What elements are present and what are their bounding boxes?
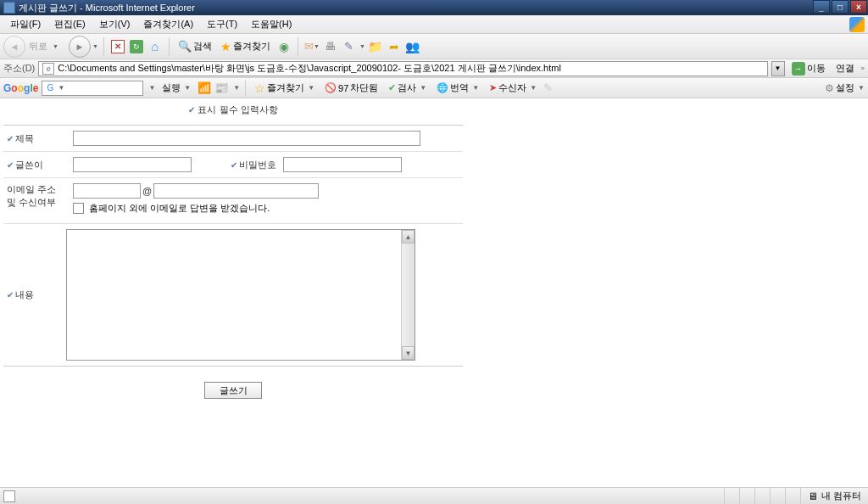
row-title: ✔ 제목	[3, 125, 463, 151]
google-sender-button[interactable]: ➤ 수신자 ▼	[486, 80, 540, 96]
google-search-input[interactable]: G ▼	[42, 81, 143, 96]
at-sign: @	[142, 186, 152, 196]
mail-button[interactable]: ✉▼	[303, 38, 320, 55]
window-titlebar: 게시판 글쓰기 - Microsoft Internet Explorer _ …	[0, 0, 868, 15]
news-icon[interactable]: 📰	[214, 81, 228, 94]
form-area: ✔ 제목 ✔ 글쓴이 ✔ 비밀번호 이메일 주소 및 수신여부	[0, 121, 466, 370]
menu-file[interactable]: 파일(F)	[3, 16, 47, 32]
highlight-icon[interactable]: ✎	[543, 81, 553, 94]
chevron-down-icon: ▼	[530, 84, 537, 92]
author-field[interactable]	[73, 157, 192, 172]
check-icon: ✔	[388, 82, 396, 93]
menu-help[interactable]: 도움말(H)	[244, 16, 298, 32]
google-settings-button[interactable]: ⚙ 설정 ▼	[825, 81, 865, 94]
status-left	[0, 490, 724, 502]
minimize-button[interactable]: _	[813, 0, 830, 14]
check-mark-icon: ✔	[231, 160, 237, 170]
media-button[interactable]: ◉	[275, 38, 292, 55]
google-logo[interactable]: Google	[3, 82, 38, 94]
folder-button[interactable]: 📁	[367, 38, 384, 55]
home-button[interactable]: ⌂	[147, 38, 164, 55]
chevron-down-icon[interactable]: ▼	[148, 84, 155, 92]
page-content: ✔ 표시 필수 입력사항 ✔ 제목 ✔ 글쓴이 ✔ 비밀번호	[0, 98, 868, 485]
refresh-button[interactable]: ↻	[128, 38, 145, 55]
search-button[interactable]: 🔍 검색	[175, 38, 215, 54]
content-textarea[interactable]: ▲ ▼	[66, 229, 415, 361]
edit-button[interactable]: ✎	[341, 38, 358, 55]
title-field[interactable]	[73, 131, 420, 146]
status-cell	[739, 488, 754, 505]
address-label: 주소(D)	[3, 62, 35, 75]
go-button[interactable]: → 이동	[788, 60, 829, 77]
search-icon: 🔍	[178, 40, 192, 53]
google-check-button[interactable]: ✔ 검사 ▼	[385, 80, 430, 96]
scroll-down-icon[interactable]: ▼	[402, 346, 415, 360]
computer-icon: 🖥	[808, 490, 818, 502]
label-content: ✔ 내용	[7, 288, 66, 301]
feed-icon[interactable]: 📶	[198, 81, 211, 94]
address-dropdown[interactable]: ▼	[771, 61, 785, 76]
chevron-down-icon: ▼	[184, 84, 191, 92]
password-field[interactable]	[283, 157, 402, 172]
back-dropdown-icon[interactable]: ▼	[53, 43, 58, 49]
email-fields: @ 홈페이지 외에 이메일로 답변을 받겠습니다.	[73, 183, 319, 218]
ie-app-icon	[3, 2, 15, 14]
label-author: ✔ 글쓴이	[7, 159, 66, 171]
folder-icon: 📁	[368, 40, 382, 53]
menu-tools[interactable]: 도구(T)	[200, 16, 244, 32]
scroll-up-icon[interactable]: ▲	[402, 230, 415, 244]
forward-button[interactable]: ►	[69, 36, 91, 58]
status-cell	[785, 488, 800, 505]
menu-favorites[interactable]: 즐겨찾기(A)	[136, 16, 200, 32]
block-icon: 🚫	[325, 82, 337, 93]
submit-button[interactable]: 글쓰기	[204, 382, 262, 399]
messenger-button[interactable]: 👥	[404, 38, 421, 55]
address-input[interactable]: e C:\Documents and Settings\master\바탕 화면…	[38, 61, 767, 76]
back-label: 뒤로	[29, 40, 47, 53]
chevron-down-icon[interactable]: ▼	[359, 43, 365, 49]
menu-edit[interactable]: 편집(E)	[47, 16, 92, 32]
google-g-icon: G	[44, 82, 56, 94]
maximize-button[interactable]: □	[832, 0, 849, 14]
gear-icon: ⚙	[825, 82, 834, 94]
chevron-down-icon: ▼	[858, 84, 865, 92]
check-mark-icon: ✔	[7, 134, 14, 143]
print-button[interactable]: 🖶	[322, 38, 339, 55]
arrow-button[interactable]: ➦	[386, 38, 403, 55]
label-title: ✔ 제목	[7, 132, 66, 145]
status-cell	[770, 488, 785, 505]
row-email: 이메일 주소 및 수신여부 @ 홈페이지 외에 이메일로 답변을 받겠습니다.	[3, 177, 463, 223]
media-icon: ◉	[279, 40, 289, 53]
google-blocked-button[interactable]: 🚫 97 차단됨	[321, 80, 381, 96]
google-run-button[interactable]: 실행 ▼	[159, 80, 194, 96]
page-icon: e	[42, 63, 54, 75]
status-cell	[724, 488, 739, 505]
chevron-down-icon: ▼	[420, 84, 426, 92]
back-button[interactable]: ◄	[3, 36, 25, 58]
send-icon: ➤	[489, 82, 497, 93]
arrow-icon: ➦	[389, 40, 399, 53]
print-icon: 🖶	[325, 40, 336, 53]
forward-dropdown-icon[interactable]: ▼	[92, 43, 98, 49]
menu-view[interactable]: 보기(V)	[92, 16, 137, 32]
close-button[interactable]: ×	[850, 0, 867, 14]
chevron-down-icon: ▼	[314, 43, 320, 49]
links-label[interactable]: 연결	[836, 62, 854, 75]
favorites-button[interactable]: ★ 즐겨찾기	[217, 38, 274, 55]
label-password: ✔ 비밀번호	[231, 159, 276, 171]
textarea-scrollbar[interactable]: ▲ ▼	[401, 230, 415, 360]
chevron-down-icon: ▼	[58, 84, 64, 92]
email-id-field[interactable]	[73, 183, 141, 199]
email-domain-field[interactable]	[153, 183, 319, 199]
stop-button[interactable]: ✕	[109, 38, 126, 55]
mail-icon: ✉	[304, 40, 314, 53]
chevron-down-icon[interactable]: ▼	[233, 84, 240, 92]
home-icon: ⌂	[151, 39, 159, 53]
search-label: 검색	[193, 40, 212, 53]
google-translate-button[interactable]: 🌐 번역 ▼	[433, 80, 482, 96]
google-bookmark-button[interactable]: ☆ 즐겨찾기 ▼	[251, 80, 318, 97]
menu-bar: 파일(F) 편집(E) 보기(V) 즐겨찾기(A) 도구(T) 도움말(H)	[0, 15, 868, 34]
messenger-icon: 👥	[405, 40, 420, 53]
favorites-label: 즐겨찾기	[233, 40, 270, 53]
email-optin-checkbox[interactable]	[73, 203, 84, 214]
